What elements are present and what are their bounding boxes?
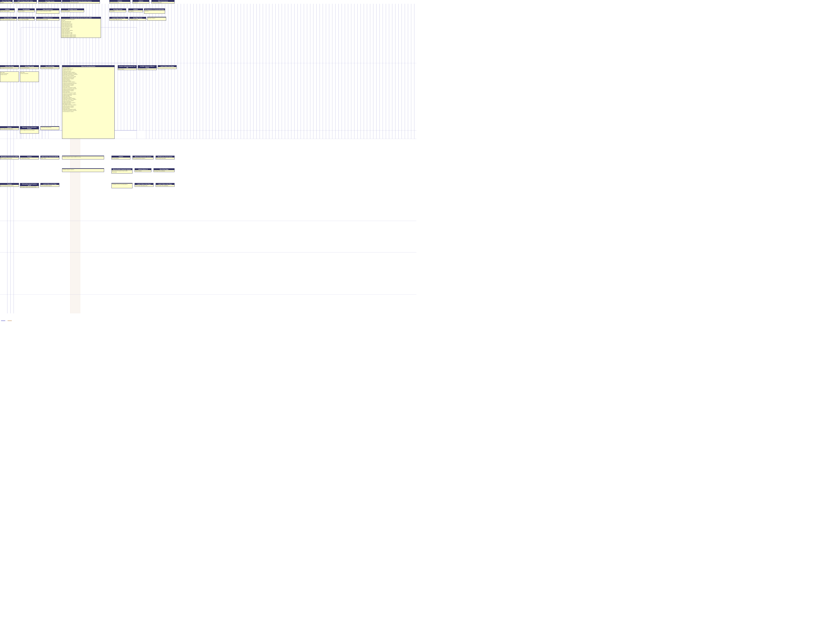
node-content: San Diego Police Dept Dispatch — [41, 67, 59, 68]
node-ppsp-traveler[interactable]: Public Private Info Service Providers (P… — [61, 17, 101, 38]
node-content: San Diego TOC and Website — [154, 171, 174, 171]
node-socal-ops[interactable]: Southern California Operator Tier A/B Bo… — [118, 65, 137, 70]
node-private-sector-psp[interactable]: Private Sector Private Information Syste… — [62, 0, 100, 3]
node-header: Caltrans District 11 — [36, 17, 59, 19]
node-sd-toc[interactable]: City of San Diego San Diego TOC and Webs… — [154, 168, 175, 172]
node-sandag-ims[interactable]: SANDAG Motorist/Transit Service — [109, 0, 130, 3]
node-content: In Vehicle Elec Toll Tags — [21, 158, 38, 159]
node-mts-transit-ctrl[interactable]: Metropolitan Transit System (MTS) MTS Ce… — [0, 156, 19, 159]
node-content: Level 2 Cities Traffic Ops Center — [110, 19, 128, 20]
node-county-sheriff-dispatch[interactable]: San Diego County County Sheriff Dispatch — [20, 65, 39, 69]
node-content: Private Networking Banking — [41, 127, 59, 128]
node-content: 510 Weather Service Forecasting System — [112, 184, 132, 185]
node-header: San Diego County — [39, 0, 61, 2]
node-content: County Sheriff Dispatch — [21, 67, 38, 68]
node-l2cities-eocerac[interactable]: Level 2 Cities in San Diego Level 2 Citi… — [18, 17, 35, 21]
node-county-fire[interactable]: San Diego County County Fire Authority — [129, 17, 146, 21]
node-cal-oes-gov[interactable]: Cal OES / Governor Office of Emerg Cal O… — [138, 65, 157, 70]
node-mexican-agency-info[interactable]: Mexican Agency Information Displays Mexi… — [20, 126, 39, 134]
node-content: San Diego Traffic Management Center — [1, 19, 16, 20]
legend — [1, 320, 13, 321]
node-user-personal-info[interactable]: Travelers User Personal Information Devi… — [0, 183, 19, 187]
node-content: MTS System Stations and Transfer Points — [21, 186, 38, 187]
node-other-gov-transport[interactable]: US Department of Transportation/Apps Ope… — [144, 8, 165, 14]
node-transit-mgmt-ops[interactable]: Other Governments Transportation/Operati… — [151, 0, 175, 3]
node-nws[interactable]: 510 Weather Service Forecasting System — [111, 183, 132, 188]
node-caltrans-maint-ops[interactable]: Caltrans Caltrans Maintenance Operations — [0, 126, 19, 130]
node-content: Level 1 Cities Public Works TOC — [135, 185, 153, 186]
node-sd-county-tmc[interactable]: San Diego County County TMC — [109, 8, 126, 12]
node-sandag-511[interactable]: SANDAG 511 Systems — [132, 0, 149, 3]
connections-layer — [0, 0, 416, 322]
node-dispatch[interactable]: City of San Diego Dispatch — [0, 0, 13, 3]
node-content: County OES Services — [39, 2, 61, 3]
node-header — [112, 183, 132, 184]
node-nctd-transit-info[interactable]: NCTD/County Transit System NCTD Transit … — [156, 156, 175, 159]
node-content: User Personal Information Devices — [1, 185, 18, 186]
node-mexican-border-inspect[interactable]: Mexican Border Inspection Systems Mexica… — [111, 168, 132, 174]
node-us-border-inspect-proc[interactable]: US Border Inspection Systems (BIN) Proce… — [62, 156, 104, 159]
node-chp-dops[interactable]: CHP / CA Dept of Public Safety CHP Dispa… — [14, 0, 37, 3]
node-content: Other Emergency Management (EMO) — [37, 11, 59, 11]
node-sandag-rts[interactable]: SANDAG 511 Systems — [128, 8, 143, 12]
node-header: San Diego County — [109, 9, 126, 10]
node-l1cities-toc[interactable]: Level 1 Cities in San Diego Level 1 Citi… — [156, 183, 175, 187]
node-ems[interactable]: Other Governments Other Emergency Manage… — [36, 8, 59, 14]
node-content: Private Vehicles — [19, 11, 34, 11]
node-wide-area-alerting[interactable]: Wide Area Alerting Systems alerts and ad… — [62, 65, 114, 139]
node-header: San Diego County — [20, 65, 39, 67]
node-header: City of San Diego — [154, 169, 174, 170]
node-content: Level 2 Cities EOCs/ERAC — [19, 19, 34, 20]
node-sd-fire-dispatch[interactable]: City of San Diego San Diego Fire Rescue … — [0, 65, 19, 69]
node-content: Mexican Border Inspection Systems (BIN P… — [112, 171, 132, 172]
node-content: NCTD - OCC — [41, 158, 59, 159]
node-sd-fire-content[interactable]: alert status resource information reques… — [0, 71, 19, 82]
node-l2cities-sd-east[interactable]: Level 2 Cities in San Diego — [158, 65, 177, 69]
node-content: BIP and Initiatives — [112, 158, 130, 159]
node-header: North County Transit Dist (NCTD) — [40, 156, 59, 158]
node-ops-respond[interactable]: Operation Respond — [147, 17, 166, 21]
node-content: Transportation/Operations — [152, 2, 174, 3]
node-county-dpw-dispatch[interactable]: San Diego County County DPW Dispatch — [61, 8, 84, 12]
node-in-vehicle-etc[interactable]: Travelers In Vehicle Elec Toll Tags — [20, 156, 39, 159]
diagram-container: Private Sector Private Information Syste… — [0, 0, 416, 322]
node-header: Mexican Border Inspection Systems — [112, 169, 132, 170]
node-content: CHP Dispatch — [14, 2, 36, 3]
node-caltrans-d11[interactable]: Caltrans District 11 Caltrans Website — [135, 168, 151, 172]
node-header: City of San Diego — [0, 17, 17, 19]
node-header: Level 2 Cities in San Diego — [158, 65, 177, 67]
node-sdpd-dispatch[interactable]: City of San Diego San Diego Police Dept … — [40, 65, 59, 69]
legend-line-tan — [8, 320, 12, 321]
node-mexican-admin-systems[interactable]: Mexican Administration Systems Mexican A… — [132, 156, 154, 159]
node-content: San Diego Fire Rescue Dispatch — [1, 67, 18, 68]
node-content: Tolling Traveler Support — [1, 11, 14, 11]
node-header: Other Governments — [152, 0, 174, 2]
node-sd-traffic-mgmt[interactable]: City of San Diego San Diego Traffic Mana… — [0, 17, 17, 21]
node-sdcounty-oes[interactable]: San Diego County County OES Services — [38, 0, 61, 3]
node-l2cities-ops-ctr[interactable]: Level 2 Cities in San Diego Level 2 Citi… — [109, 17, 128, 21]
node-l2cities-mco-dispatch[interactable]: Level 2 Cities in San Diego Level 2 Citi… — [40, 183, 59, 187]
node-private-vehicles[interactable]: Private/Public Private Vehicles — [18, 8, 35, 12]
legend-item-blue — [1, 320, 6, 321]
node-l1cities-pub-works[interactable]: Level 1 Cities in San Diego Level 1 Citi… — [135, 183, 154, 187]
node-caltrans-d11-tmc[interactable]: Caltrans District 11 Caltrans D11 Interm… — [36, 17, 59, 21]
node-mts-stations[interactable]: Metropolitan Transit Systems (MTS) MTS S… — [20, 183, 39, 188]
node-content: US Border Inspection Systems (BIN) Proce… — [63, 156, 103, 158]
node-header: Other Governments — [36, 9, 59, 10]
node-content: Dispatch — [1, 2, 12, 3]
node-content: NCTD Transit Information — [156, 158, 174, 159]
node-sandag-bip[interactable]: SANDAG BIP and Initiatives — [111, 156, 130, 159]
node-us-border-systems[interactable]: US Border Inspection Systems — [62, 168, 104, 172]
node-header: Mexican Administration Systems — [133, 156, 153, 158]
node-header: Travelers — [20, 156, 39, 158]
node-content: County TMC — [110, 11, 125, 11]
node-county-sheriff-content[interactable]: alert status resource information — [20, 71, 39, 82]
node-content: MTS Centralized Train Control — [1, 158, 18, 159]
node-sandag-tsp[interactable]: SANDAG Tolling Traveler Support — [0, 8, 15, 12]
node-private-net-banking[interactable]: Private Networking Banking — [40, 126, 59, 130]
node-header: Wide Area Alerting Systems — [62, 65, 114, 67]
node-header: City of San Diego — [40, 65, 59, 67]
node-content: County DPW Dispatch — [62, 11, 84, 11]
node-content: Level 2 Cities MCO Dispatch — [41, 185, 59, 186]
node-nctd-occ[interactable]: North County Transit Dist (NCTD) NCTD - … — [40, 156, 59, 159]
